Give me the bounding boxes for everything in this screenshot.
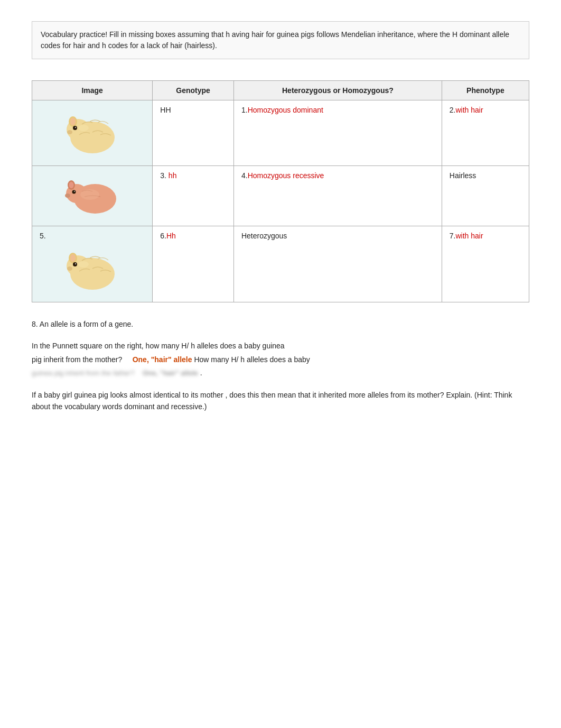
- table-row: HH 1.Homozygous dominant 2.with hair: [32, 100, 529, 166]
- genotype-text-3: Hh: [166, 232, 176, 240]
- image-num-3: 5.: [40, 232, 46, 240]
- guinea-pig-hairy-1: [63, 106, 121, 159]
- svg-point-12: [72, 190, 76, 194]
- col-header-image: Image: [32, 81, 153, 100]
- hetero-homo-text-2: Homozygous recessive: [248, 171, 324, 180]
- phenotype-cell-2: Hairless: [442, 166, 529, 226]
- intro-text: Vocabulary practice! Fill in missing box…: [41, 30, 509, 50]
- svg-point-7: [78, 125, 89, 131]
- phenotype-cell-1: 2.with hair: [442, 100, 529, 166]
- hetero-homo-text-3: Heterozygous: [241, 232, 287, 240]
- guinea-pig-hairless-1: [63, 171, 121, 219]
- punnett-blurred-2: One, "hair" allele: [143, 369, 198, 377]
- genotype-num-2: 3.: [160, 171, 166, 180]
- svg-point-19: [70, 254, 76, 262]
- genotype-cell-3: 6.Hh: [153, 226, 234, 302]
- svg-point-21: [74, 263, 76, 264]
- phenotype-cell-3: 7.with hair: [442, 226, 529, 302]
- final-section: If a baby girl guinea pig looks almost i…: [32, 389, 529, 413]
- phenotype-num-1: 2.: [450, 106, 456, 114]
- punnett-line1: In the Punnett square on the right, how …: [32, 339, 529, 353]
- table-container: Image Genotype Heterozygous or Homozygou…: [32, 80, 529, 302]
- hetero-homo-num-2: 4.: [241, 171, 248, 180]
- svg-point-22: [67, 266, 72, 271]
- svg-point-23: [78, 261, 89, 268]
- svg-point-4: [73, 126, 77, 130]
- image-cell-2: [32, 166, 153, 226]
- genotype-num-3: 6.: [160, 232, 166, 240]
- svg-point-13: [74, 191, 75, 192]
- table-row: 5.: [32, 226, 529, 302]
- punnett-answer: One, "hair" allele: [133, 355, 192, 364]
- guinea-pig-hairy-2: [63, 242, 121, 295]
- image-cell-1: [32, 100, 153, 166]
- phenotype-num-3: 7.: [450, 232, 456, 240]
- genetics-table: Image Genotype Heterozygous or Homozygou…: [32, 80, 529, 302]
- genotype-cell-2: 3. hh: [153, 166, 234, 226]
- punnett-line2: pig inherit from the mother? One, "hair"…: [32, 353, 529, 366]
- svg-point-11: [69, 182, 73, 188]
- section-8: 8. An allele is a form of a gene.: [32, 318, 529, 330]
- genotype-text-2: hh: [169, 171, 177, 180]
- genotype-cell-1: HH: [153, 100, 234, 166]
- svg-point-5: [74, 127, 76, 128]
- section-8-text: 8. An allele is a form of a gene.: [32, 320, 133, 328]
- svg-point-6: [67, 130, 72, 134]
- hetero-homo-num-1: 1.: [241, 106, 248, 114]
- table-row: 3. hh 4.Homozygous recessive Hairless: [32, 166, 529, 226]
- hetero-homo-text-1: Homozygous dominant: [248, 106, 323, 114]
- image-cell-3: 5.: [32, 226, 153, 302]
- punnett-blurred-1: guinea pig inherit from the father?: [32, 369, 134, 377]
- phenotype-text-2: Hairless: [450, 171, 476, 180]
- phenotype-text-1: with hair: [455, 106, 483, 114]
- svg-point-20: [73, 262, 77, 266]
- intro-box: Vocabulary practice! Fill in missing box…: [32, 21, 529, 59]
- hetero-homo-cell-3: Heterozygous: [233, 226, 442, 302]
- svg-point-14: [65, 193, 70, 198]
- hetero-homo-cell-2: 4.Homozygous recessive: [233, 166, 442, 226]
- svg-point-3: [70, 118, 76, 125]
- punnett-section: In the Punnett square on the right, how …: [32, 339, 529, 380]
- final-text: If a baby girl guinea pig looks almost i…: [32, 391, 512, 411]
- col-header-phenotype: Phenotype: [442, 81, 529, 100]
- hetero-homo-cell-1: 1.Homozygous dominant: [233, 100, 442, 166]
- svg-point-15: [80, 189, 99, 200]
- col-header-hetero-homo: Heterozygous or Homozygous?: [233, 81, 442, 100]
- phenotype-text-3: with hair: [455, 232, 483, 240]
- genotype-value-1: HH: [160, 106, 171, 114]
- punnett-line3: guinea pig inherit from the father? One,…: [32, 366, 529, 380]
- col-header-genotype: Genotype: [153, 81, 234, 100]
